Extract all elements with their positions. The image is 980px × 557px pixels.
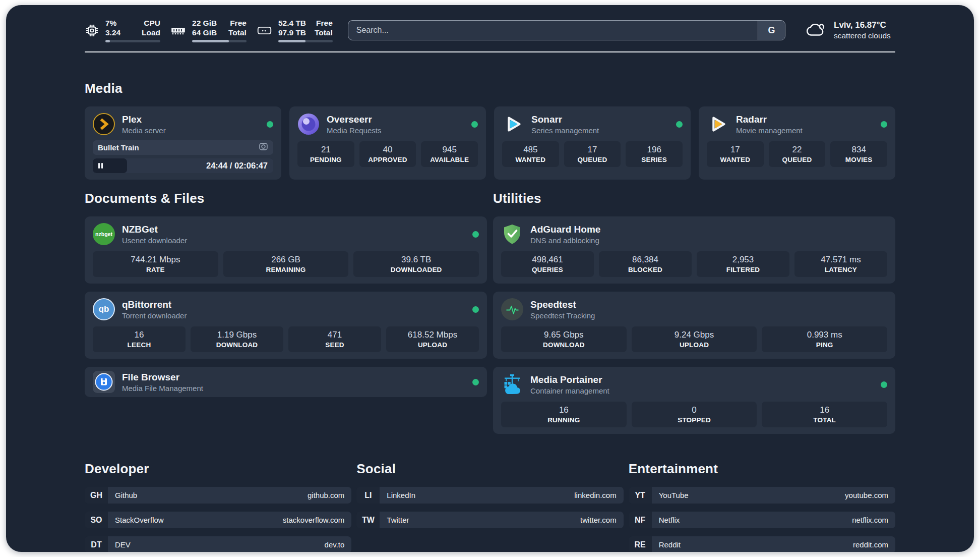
now-playing-title: Bullet Train [98,143,255,152]
stat-value: 196 [628,144,681,155]
bookmark-url: stackoverflow.com [283,516,345,524]
storage-progress-bar [278,40,333,42]
developer-bookmarks: GHGithubgithub.comSOStackOverflowstackov… [85,487,351,552]
app-card-nzbget[interactable]: nzbget NZBGet Usenet downloader 744.21 M… [85,216,487,284]
stat-tiles: 9.65 GbpsDOWNLOAD9.24 GbpsUPLOAD0.993 ms… [501,326,887,352]
bookmark-name: YouTube [659,491,689,499]
developer-section-title: Developer [85,461,351,477]
bookmark-row[interactable]: YTYouTubeyoutube.com [629,487,895,504]
bookmark-url: github.com [308,491,344,499]
stat-label: QUEUED [566,155,619,164]
bookmark-row[interactable]: DTDEVdev.to [85,536,351,552]
app-card-plex[interactable]: Plex Media server Bullet Train [85,106,281,180]
app-desc: Movie management [736,126,874,135]
status-dot [472,231,479,238]
stat-label: LATENCY [797,265,885,274]
stat-tiles: 16LEECH1.19 GbpsDOWNLOAD471SEED618.52 Mb… [93,326,479,352]
app-meta: Plex Media server [122,114,260,135]
stat-tiles: 744.21 MbpsRATE266 GBREMAINING39.6 TBDOW… [93,251,479,277]
stat-label: DOWNLOAD [193,341,281,349]
stat-value: 39.6 TB [355,254,477,265]
app-card-portainer[interactable]: Media Portainer Container management 16R… [493,367,895,434]
stat-label: DOWNLOAD [503,341,625,349]
section-media: Media Plex Media server Bullet Train [85,81,895,180]
bookmark-body: YouTubeyoutube.com [652,487,895,504]
radarr-icon [707,113,729,135]
bookmark-url: twitter.com [580,516,617,524]
stat-tiles: 21PENDING40APPROVED945AVAILABLE [297,141,478,167]
stat-value: 266 GB [225,254,347,265]
app-name: Media Portainer [530,374,874,385]
stat-label: DOWNLOADED [355,265,477,274]
app-desc: Usenet downloader [122,236,465,245]
stat-label: PENDING [299,155,352,164]
app-name: Plex [122,114,260,125]
cpu-stat: 7% CPU 3.24 Load [85,18,160,42]
bookmark-row[interactable]: GHGithubgithub.com [85,487,351,504]
stat-tile: 22QUEUED [769,141,826,167]
app-card-radarr[interactable]: Radarr Movie management 17WANTED22QUEUED… [699,106,895,180]
app-name: qBittorrent [122,299,465,310]
app-card-overseerr[interactable]: Overseerr Media Requests 21PENDING40APPR… [289,106,486,180]
bookmark-row[interactable]: RERedditreddit.com [629,536,895,552]
stat-tile: 196SERIES [626,141,683,167]
bookmark-url: linkedin.com [574,491,616,499]
stat-label: UPLOAD [388,341,477,349]
search-engine-button[interactable]: G [758,21,785,40]
section-utilities: Utilities [493,191,895,434]
app-meta: File Browser Media File Management [122,372,465,393]
stat-tile: 17WANTED [707,141,764,167]
status-dot [676,121,683,128]
stat-value: 16 [95,329,183,340]
bookmark-body: Twittertwitter.com [380,512,623,528]
bookmark-row[interactable]: SOStackOverflowstackoverflow.com [85,512,351,528]
bookmark-row[interactable]: TWTwittertwitter.com [356,512,623,528]
storage-free-label: Free [315,18,333,28]
cpu-load-value: 3.24 [105,28,135,37]
app-card-filebrowser[interactable]: File Browser Media File Management [85,367,487,397]
app-card-speedtest[interactable]: Speedtest Speedtest Tracking 9.65 GbpsDO… [493,292,895,359]
app-desc: Speedtest Tracking [530,311,887,320]
stat-value: 86,384 [601,254,690,265]
adguard-icon [501,223,523,245]
stat-tile: 744.21 MbpsRATE [93,251,218,277]
bookmark-name: Github [115,491,137,499]
weather-location-temp: Lviv, 16.87°C [834,20,891,30]
stat-value: 0 [634,405,755,415]
bookmark-name: Netflix [659,516,680,524]
app-desc: DNS and adblocking [530,236,887,245]
bookmark-row[interactable]: LILinkedInlinkedin.com [356,487,623,504]
app-card-adguard[interactable]: AdGuard Home DNS and adblocking 498,461Q… [493,216,895,284]
portainer-icon [501,373,523,396]
stat-label: MOVIES [832,155,885,164]
app-name: Speedtest [530,299,887,310]
app-desc: Media File Management [122,384,465,393]
playback-time: 24:44 / 02:06:47 [206,161,273,171]
stat-label: REMAINING [225,265,347,274]
nzbget-icon-text: nzbget [95,231,112,237]
stat-tile: 945AVAILABLE [421,141,478,167]
app-meta: AdGuard Home DNS and adblocking [530,224,887,245]
stat-value: 945 [423,144,476,155]
status-dot [471,121,478,128]
overseerr-icon [297,113,320,135]
stat-tile: 485WANTED [502,141,559,167]
bookmark-row[interactable]: NFNetflixnetflix.com [629,512,895,528]
status-dot [267,121,273,128]
stat-tiles: 16RUNNING0STOPPED16TOTAL [501,402,887,427]
bookmark-abbr: RE [629,536,652,552]
top-bar: 7% CPU 3.24 Load [85,18,895,42]
stat-tile: 39.6 TBDOWNLOADED [353,251,479,277]
system-stats: 7% CPU 3.24 Load [85,18,333,42]
social-bookmarks: LILinkedInlinkedin.comTWTwittertwitter.c… [356,487,623,528]
search-input[interactable] [348,21,758,40]
stat-tile: 9.65 GbpsDOWNLOAD [501,326,627,352]
bookmark-url: youtube.com [845,491,888,499]
app-card-qbittorrent[interactable]: qb qBittorrent Torrent downloader 16LEEC… [85,292,487,359]
dashboard-panel: 7% CPU 3.24 Load [6,5,974,552]
stat-value: 485 [504,144,557,155]
pause-icon[interactable] [98,163,103,169]
app-card-sonarr[interactable]: Sonarr Series management 485WANTED17QUEU… [494,106,691,180]
bookmark-abbr: TW [356,512,380,528]
app-name: Radarr [736,114,874,125]
